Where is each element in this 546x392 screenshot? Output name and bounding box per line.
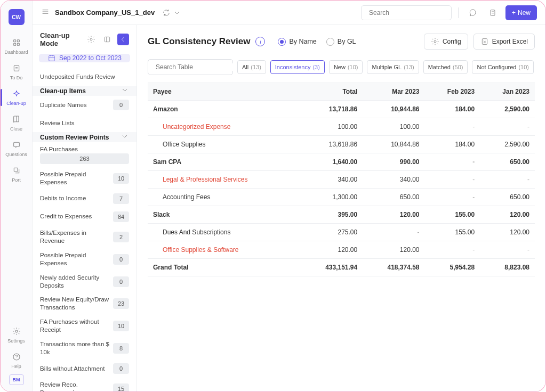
svg-point-7 bbox=[15, 330, 18, 332]
new-button[interactable]: + New bbox=[505, 5, 537, 20]
menu-icon[interactable] bbox=[41, 7, 50, 18]
filter-chip[interactable]: Not Configured (10) bbox=[472, 60, 534, 74]
table-row[interactable]: Office Supplies13,618.8610,844.86184.002… bbox=[148, 136, 535, 153]
rail-label: Help bbox=[11, 364, 21, 369]
calendar-icon bbox=[47, 54, 56, 62]
notes-icon[interactable] bbox=[485, 5, 500, 20]
section-custom-review[interactable]: Custom Review Points bbox=[33, 132, 136, 142]
rail-item-dashboard[interactable]: Dashboard bbox=[3, 34, 30, 59]
app-logo[interactable]: CW bbox=[9, 9, 25, 25]
filter-chip[interactable]: Multiple GL (13) bbox=[367, 60, 419, 74]
workspace-badge[interactable]: BM bbox=[9, 374, 24, 385]
sidebar-item[interactable]: Possible Prepaid Expenses10 bbox=[33, 167, 136, 190]
count-badge: 15 bbox=[113, 383, 129, 391]
sidebar-item[interactable]: Credit to Expenses84 bbox=[33, 208, 136, 226]
column-header[interactable]: Jan 2023 bbox=[480, 83, 535, 101]
rail-label: Clean-up bbox=[6, 101, 26, 106]
cell: - bbox=[425, 153, 480, 171]
table-row[interactable]: Sam CPA1,640.00990.00-650.00 bbox=[148, 153, 535, 171]
svg-rect-10 bbox=[491, 10, 495, 15]
rail-label: Questions bbox=[5, 152, 27, 157]
table-row[interactable]: Accounting Fees1,300.00650.00-650.00 bbox=[148, 189, 535, 206]
search-table[interactable] bbox=[148, 59, 233, 75]
sparkle-icon bbox=[12, 89, 21, 99]
radio-by-gl[interactable]: By GL bbox=[326, 38, 356, 46]
column-header[interactable]: Payee bbox=[148, 83, 301, 101]
sidebar-item-label: Review Reco. Descrepancies bbox=[40, 381, 110, 391]
search-table-input[interactable] bbox=[156, 63, 236, 71]
checklist-icon bbox=[12, 63, 21, 73]
cell: 650.00 bbox=[363, 189, 424, 206]
count-badge: 0 bbox=[113, 363, 129, 374]
cell: 340.00 bbox=[301, 171, 363, 189]
filter-chip[interactable]: New (10) bbox=[329, 60, 363, 74]
export-excel-button[interactable]: Export Excel bbox=[473, 34, 535, 50]
radio-by-name[interactable]: By Name bbox=[278, 38, 316, 46]
rail-item-todo[interactable]: To Do bbox=[3, 59, 30, 85]
sidebar-item[interactable]: Bills/Expenses in Revenue2 bbox=[33, 226, 136, 248]
sidebar-item[interactable]: Review Lists bbox=[33, 114, 136, 132]
chevron-down-icon bbox=[173, 9, 181, 17]
rail-item-help[interactable]: Help bbox=[3, 348, 30, 373]
company-name[interactable]: Sandbox Company_US_1_dev bbox=[55, 9, 155, 17]
sidebar-item[interactable]: Review Reco. Descrepancies15 bbox=[33, 378, 136, 391]
cell: - bbox=[480, 118, 535, 136]
settings-icon[interactable] bbox=[85, 34, 97, 45]
rail-item-settings[interactable]: Settings bbox=[3, 322, 30, 348]
sidebar-item[interactable]: Duplicate Names0 bbox=[33, 96, 136, 114]
view-mode-radio-group: By Name By GL bbox=[278, 38, 356, 46]
section-cleanup-items[interactable]: Clean-up Items bbox=[33, 86, 136, 96]
sidebar-item[interactable]: FA Purchases 263 bbox=[33, 142, 136, 167]
filter-chip[interactable]: Matched (50) bbox=[423, 60, 468, 74]
sync-button[interactable] bbox=[160, 6, 183, 19]
sidebar-item[interactable]: Possible Prepaid Expenses0 bbox=[33, 248, 136, 271]
table-row[interactable]: Legal & Professional Services340.00340.0… bbox=[148, 171, 535, 189]
rail-item-questions[interactable]: Questions bbox=[3, 136, 30, 161]
table-row[interactable]: Uncategorized Expense100.00100.00-- bbox=[148, 118, 535, 136]
sidebar-item[interactable]: Debits to Income7 bbox=[33, 190, 136, 208]
sidebar-item[interactable]: Transactions more than $ 10k8 bbox=[33, 337, 136, 360]
cell: 2,590.00 bbox=[480, 101, 535, 118]
cell: 650.00 bbox=[480, 189, 535, 206]
main-content: GL Consistency Review i By Name By GL bbox=[137, 25, 545, 391]
svg-rect-4 bbox=[14, 66, 19, 71]
cell: 418,374.58 bbox=[363, 259, 424, 276]
table-row[interactable]: Dues And Subscriptions275.00-155.00120.0… bbox=[148, 224, 535, 241]
chat-icon[interactable] bbox=[465, 5, 480, 20]
column-header[interactable]: Mar 2023 bbox=[363, 83, 424, 101]
table-row[interactable]: Amazon13,718.8610,944.86184.002,590.00 bbox=[148, 101, 535, 118]
sidebar-item[interactable]: Review New Equity/Draw Transactions23 bbox=[33, 292, 136, 315]
sidebar-item[interactable]: FA Purchases without Receipt10 bbox=[33, 315, 136, 337]
column-header[interactable]: Total bbox=[301, 83, 363, 101]
sidebar-item[interactable]: Newly added Security Deposits0 bbox=[33, 271, 136, 293]
cell: 340.00 bbox=[363, 171, 424, 189]
column-header[interactable]: Feb 2023 bbox=[425, 83, 480, 101]
sidebar-item-undeposited[interactable]: Undeposited Funds Review bbox=[33, 68, 136, 86]
search-input[interactable] bbox=[369, 9, 449, 17]
svg-rect-1 bbox=[17, 40, 19, 42]
expand-icon[interactable] bbox=[101, 34, 113, 45]
cell: 10,944.86 bbox=[363, 101, 424, 118]
sidebar-item[interactable]: Bills without Attachment0 bbox=[33, 360, 136, 378]
rail-item-port[interactable]: Port bbox=[3, 161, 30, 187]
collapse-panel-button[interactable] bbox=[117, 34, 129, 45]
svg-rect-0 bbox=[13, 40, 15, 42]
date-range-pill[interactable]: Sep 2022 to Oct 2023 bbox=[39, 54, 130, 62]
cell: 395.00 bbox=[301, 206, 363, 224]
config-button[interactable]: Config bbox=[424, 34, 468, 50]
cell: Grand Total bbox=[148, 259, 301, 276]
rail-item-cleanup[interactable]: Clean-up bbox=[3, 85, 30, 110]
rail-label: Dashboard bbox=[4, 50, 28, 55]
rail-item-close[interactable]: Close bbox=[3, 110, 30, 136]
table-row[interactable]: Office Supplies & Software120.00120.00-- bbox=[148, 241, 535, 259]
global-search[interactable] bbox=[361, 5, 452, 20]
cell: Amazon bbox=[148, 101, 301, 118]
filter-chip[interactable]: All (13) bbox=[237, 60, 266, 74]
filter-chip[interactable]: Inconsistency (3) bbox=[270, 60, 325, 74]
info-icon[interactable]: i bbox=[255, 37, 265, 46]
cell: 10,844.86 bbox=[363, 136, 424, 153]
svg-rect-15 bbox=[482, 39, 487, 45]
svg-rect-5 bbox=[13, 142, 19, 146]
cell: Accounting Fees bbox=[148, 189, 301, 206]
table-row[interactable]: Slack395.00120.00155.00120.00 bbox=[148, 206, 535, 224]
